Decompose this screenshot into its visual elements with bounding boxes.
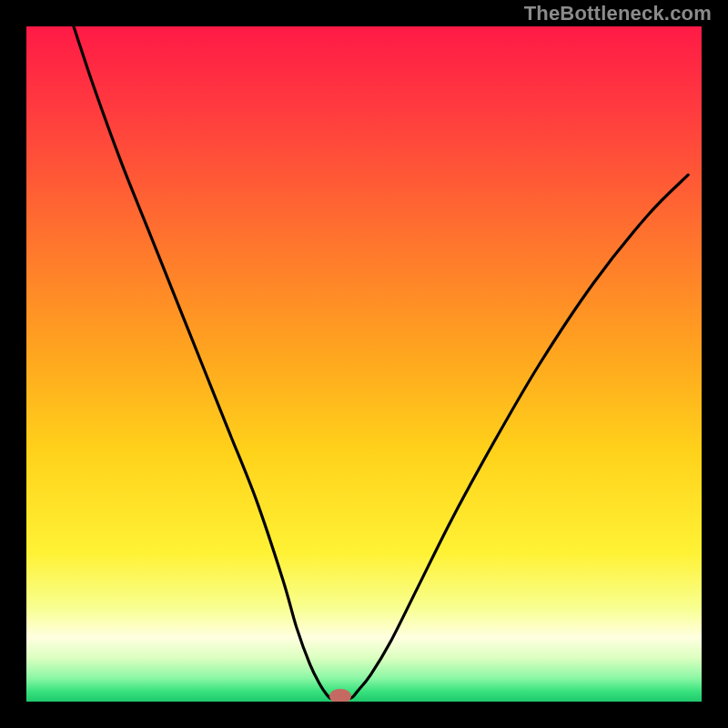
plot-area bbox=[26, 26, 702, 702]
watermark-text: TheBottleneck.com bbox=[524, 2, 712, 25]
chart-frame: TheBottleneck.com bbox=[0, 0, 728, 728]
bottleneck-curve bbox=[26, 26, 702, 702]
optimal-point-marker bbox=[329, 689, 351, 702]
